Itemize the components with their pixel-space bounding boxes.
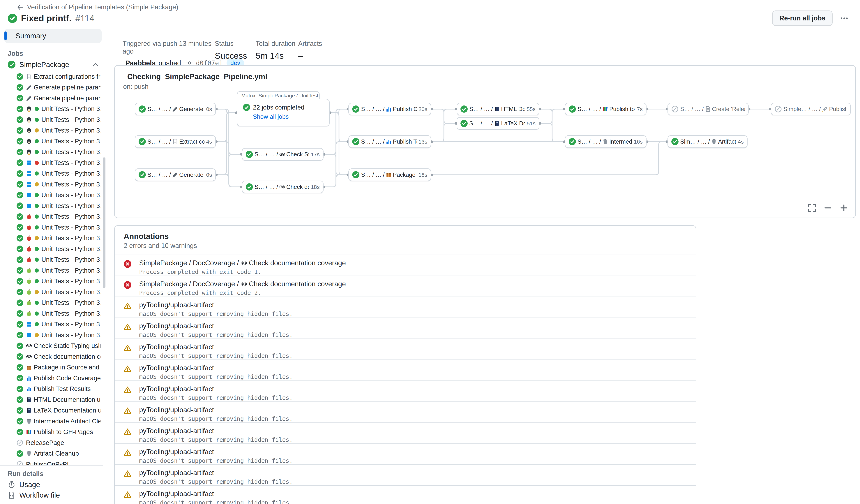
sidebar-job[interactable]: Check Static Typing using Pyt... xyxy=(0,341,106,351)
graph-node-name: Publish to GH-P… xyxy=(610,106,635,113)
sidebar-job[interactable]: ReleasePage xyxy=(0,437,106,448)
graph-node-name: HTML Docume… xyxy=(501,106,525,113)
sidebar-job[interactable]: Unit Tests - Python 3.13 xyxy=(0,147,106,158)
sidebar-scrollbar-thumb[interactable] xyxy=(103,157,105,288)
matrix-tab-label: Matrix: SimplePackage / UnitTest... xyxy=(237,91,320,99)
sidebar-job[interactable]: HTML Documentation using ... xyxy=(0,394,106,405)
graph-node-checkStatic[interactable]: S… / … / Check Static Ty…17s xyxy=(242,148,324,161)
annotation-detail: macOS doesn't support removing hidden fi… xyxy=(139,374,687,380)
sidebar-job[interactable]: Unit Tests - Python 3.12 xyxy=(0,330,106,341)
sidebar-item-workflow-file[interactable]: Workflow file xyxy=(0,490,103,500)
graph-node-publishTest[interactable]: S… / … / Publish Test Re…13s xyxy=(348,135,431,148)
sidebar-job[interactable]: Unit Tests - Python 3.11 xyxy=(0,125,106,136)
sidebar-job[interactable]: Unit Tests - Python 3.9 xyxy=(0,211,106,222)
annotation-row: pyTooling/upload-artifactmacOS doesn't s… xyxy=(115,402,696,422)
zoom-in-button[interactable] xyxy=(839,203,849,213)
kebab-menu-button[interactable] xyxy=(837,11,851,25)
graph-node-gp2[interactable]: S… / … / Generate pipelin…0s xyxy=(135,169,216,181)
sidebar-job[interactable]: Unit Tests - Python 3.9 xyxy=(0,104,106,115)
sidebar-item-summary[interactable]: Summary xyxy=(4,29,102,43)
annotation-title[interactable]: pyTooling/upload-artifact xyxy=(139,364,687,372)
annotation-title-prefix: SimplePackage / DocCoverage / xyxy=(139,259,239,267)
graph-node-publishPyPI[interactable]: Simple… / … / Publish to PyPI xyxy=(771,103,851,115)
graph-node-intermediate[interactable]: S… / … / Intermediate A…16s xyxy=(565,135,646,148)
breadcrumb[interactable]: Verification of Pipeline Templates (Simp… xyxy=(17,3,178,11)
sidebar-job[interactable]: Unit Tests - Python 3.13 xyxy=(0,255,106,265)
success-icon xyxy=(139,138,146,145)
sidebar-job[interactable]: Unit Tests - Python 3.12 xyxy=(0,244,106,255)
success-icon xyxy=(17,310,23,317)
show-all-jobs-link[interactable]: Show all jobs xyxy=(238,111,329,120)
sidebar-job[interactable]: Unit Tests - Python 3.12 xyxy=(0,190,106,201)
sidebar-item-usage[interactable]: Usage xyxy=(0,479,103,490)
sidebar-job[interactable]: Publish Code Coverage Results xyxy=(0,373,106,384)
annotation-title-job: Check documentation coverage xyxy=(249,280,346,288)
sidebar-job[interactable]: Unit Tests - Python 3.10 xyxy=(0,114,106,125)
sidebar-job-label: Unit Tests - Python 3.12 xyxy=(41,245,100,253)
sidebar-job[interactable]: Unit Tests - Python 3.9 xyxy=(0,265,106,276)
graph-node-name: Publish Test Re… xyxy=(393,138,417,145)
sidebar-job[interactable]: Generate pipeline parameters xyxy=(0,93,106,104)
sidebar-job[interactable]: Intermediate Artifact Cleanup xyxy=(0,416,106,427)
sidebar-job[interactable]: Publish to GH-Pages xyxy=(0,427,106,437)
sidebar-job[interactable]: Unit Tests - Python 3.11 xyxy=(0,287,106,298)
sidebar-job[interactable]: Unit Tests - Python 3.11 xyxy=(0,233,106,244)
sidebar-job[interactable]: Unit Tests - Python 3.13 xyxy=(0,308,106,319)
sidebar-job[interactable]: Generate pipeline parameters xyxy=(0,82,106,93)
graph-node-releasePage[interactable]: S… / … / Create 'Release Pa… xyxy=(668,103,749,115)
graph-node-gp1[interactable]: S… / … / Generate pipelin…0s xyxy=(135,103,216,115)
triggered-label: Triggered via push 13 minutes ago xyxy=(123,40,215,55)
sidebar-workflow-group[interactable]: SimplePackage xyxy=(0,59,106,70)
annotation-title[interactable]: pyTooling/upload-artifact xyxy=(139,322,687,330)
graph-node-duration: 4s xyxy=(738,139,744,145)
annotation-title[interactable]: SimplePackage / DocCoverage / Check docu… xyxy=(139,259,687,267)
graph-node-extract[interactable]: S… / … / Extract configur…4s xyxy=(135,135,216,148)
graph-node-latexDoc[interactable]: S… / … / LaTeX Docume…51s xyxy=(457,117,540,130)
annotation-title[interactable]: pyTooling/upload-artifact xyxy=(139,301,687,309)
graph-node-checkDoc[interactable]: S… / … / Check docume…18s xyxy=(242,181,324,193)
annotation-title[interactable]: pyTooling/upload-artifact xyxy=(139,343,687,351)
annotation-title[interactable]: pyTooling/upload-artifact xyxy=(139,448,687,456)
sidebar-job[interactable]: Unit Tests - Python 3.11 xyxy=(0,179,106,190)
sidebar-job[interactable]: Unit Tests - Python 3.13 xyxy=(0,200,106,211)
fullscreen-button[interactable] xyxy=(807,203,817,213)
annotation-title[interactable]: pyTooling/upload-artifact xyxy=(139,490,687,498)
notebook-icon xyxy=(494,106,500,112)
sidebar-job[interactable]: Extract configurations from p... xyxy=(0,71,106,82)
graph-node-label: S… / … / HTML Docume… xyxy=(469,106,525,113)
graph-node-htmlDoc[interactable]: S… / … / HTML Docume…55s xyxy=(457,103,540,115)
sidebar-job[interactable]: Artifact Cleanup xyxy=(0,448,106,459)
matrix-unittests-group[interactable]: Matrix: SimplePackage / UnitTest... 22 j… xyxy=(237,99,330,127)
annotation-title[interactable]: pyTooling/upload-artifact xyxy=(139,469,687,477)
zoom-out-button[interactable] xyxy=(823,203,833,213)
annotation-title[interactable]: SimplePackage / DocCoverage / Check docu… xyxy=(139,280,687,288)
graph-node-publishGH[interactable]: S… / … / Publish to GH-P…7s xyxy=(565,103,646,115)
sidebar-job[interactable]: Publish Test Results xyxy=(0,384,106,394)
sidebar-job[interactable]: Unit Tests - Python 3.12 xyxy=(0,298,106,308)
rerun-all-jobs-button[interactable]: Re-run all jobs xyxy=(772,11,833,26)
sidebar-job[interactable]: Unit Tests - Python 3.10 xyxy=(0,168,106,179)
success-icon xyxy=(17,407,23,414)
sidebar-job[interactable]: LaTeX Documentation using ... xyxy=(0,405,106,416)
graph-node-label: S… / … / Extract configur… xyxy=(147,138,204,145)
graph-node-publishCode[interactable]: S… / … / Publish Code C…20s xyxy=(348,103,431,115)
sidebar-job-label: ReleasePage xyxy=(26,439,64,446)
sidebar-job[interactable]: Unit Tests - Python 3.10 xyxy=(0,222,106,233)
sidebar-job[interactable]: Unit Tests - Python 3.9 xyxy=(0,157,106,168)
annotation-title[interactable]: pyTooling/upload-artifact xyxy=(139,385,687,393)
sidebar-job[interactable]: Package in Source and Wheel... xyxy=(0,362,106,373)
annotation-title-job: Check documentation coverage xyxy=(249,259,346,267)
sidebar-job[interactable]: Unit Tests - Python 3.10 xyxy=(0,276,106,287)
books-icon xyxy=(602,106,608,112)
annotation-title[interactable]: pyTooling/upload-artifact xyxy=(139,427,687,435)
annotation-title[interactable]: pyTooling/upload-artifact xyxy=(139,406,687,414)
graph-node-packageSou[interactable]: S… / … / Package in Sou…18s xyxy=(348,169,431,181)
graph-node-artifactCleanup[interactable]: Sim… / … / Artifact Cleanup4s xyxy=(668,135,748,148)
chevron-up-icon[interactable] xyxy=(92,61,99,69)
graph-node-prefix: S… / … / xyxy=(469,106,493,113)
notebook-icon xyxy=(26,397,32,403)
sidebar-job[interactable]: Unit Tests - Python 3.12 xyxy=(0,319,106,330)
sidebar-job[interactable]: Check documentation covera... xyxy=(0,351,106,362)
sidebar-job[interactable]: Unit Tests - Python 3.12 xyxy=(0,136,106,147)
sidebar: Summary Jobs SimplePackage Extract confi… xyxy=(0,26,106,504)
